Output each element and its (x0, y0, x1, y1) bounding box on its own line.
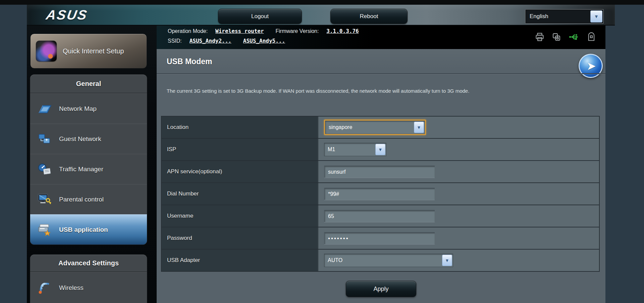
isp-select[interactable]: M1 ▼ (324, 143, 386, 156)
quick-internet-setup-icon (36, 41, 57, 61)
chevron-down-icon: ▼ (590, 10, 602, 23)
usb-modem-form: Location singapore ▼ ISP M1 ▼ (161, 116, 600, 272)
location-select[interactable]: singapore ▼ (325, 121, 425, 134)
usb-adapter-selected-value: AUTO (324, 257, 442, 263)
chevron-down-icon: ▼ (375, 144, 385, 155)
chevron-down-icon: ▼ (414, 122, 424, 133)
usb-adapter-select[interactable]: AUTO ▼ (324, 254, 453, 267)
sidebar-section-title: General (30, 75, 147, 93)
device-icon[interactable] (587, 32, 596, 42)
field-label: Dial Number (162, 183, 319, 205)
field-label: Username (162, 205, 319, 227)
sidebar-item-label: Traffic Manager (59, 166, 103, 173)
sidebar-section-advanced-settings: Advanced Settings Wireless (30, 255, 147, 303)
ssid-label: SSID: (168, 38, 182, 44)
network-map-icon (37, 102, 52, 116)
sidebar-item-label: Parental control (59, 196, 104, 203)
firmware-version-label: Firmware Version: (276, 28, 319, 34)
field-label: USB Adapter (162, 250, 319, 271)
sidebar-item-guest-network[interactable]: Guest Network (30, 124, 147, 154)
content-panel: USB Modem ➤ The current 3G setting is se… (157, 49, 605, 303)
ssid-link-2g[interactable]: ASUS_Andy2... (190, 38, 231, 44)
operation-mode-line: Operation Mode: Wireless router Firmware… (168, 28, 359, 34)
firmware-version-link[interactable]: 3.1.0.3.76 (326, 28, 359, 34)
sidebar-item-label: Wireless (59, 284, 84, 292)
sidebar-item-label: Network Map (59, 105, 97, 113)
form-row-location: Location singapore ▼ (162, 117, 599, 139)
sidebar-item-traffic-manager[interactable]: Traffic Manager (30, 154, 147, 184)
sidebar-item-usb-application[interactable]: USB application (30, 214, 147, 245)
username-input[interactable] (324, 210, 435, 222)
quick-internet-setup-label: Quick Internet Setup (63, 47, 130, 55)
top-black-strip (0, 0, 644, 5)
status-icon-bar (535, 32, 596, 42)
qis-shortcut-icon[interactable]: ➤ (579, 54, 603, 78)
language-selected-value: English (526, 13, 590, 20)
password-input[interactable] (324, 232, 435, 244)
isp-selected-value: M1 (324, 146, 375, 153)
reboot-button[interactable]: Reboot (330, 9, 408, 24)
traffic-manager-icon (37, 163, 52, 176)
router-admin-page: ASUS Logout Reboot English ▼ Operation M… (0, 0, 644, 303)
field-label: Password (162, 227, 319, 249)
chevron-down-icon: ▼ (442, 255, 452, 266)
sidebar-item-label: Guest Network (59, 135, 101, 143)
operation-mode-label: Operation Mode: (168, 28, 208, 34)
usb-icon[interactable] (569, 32, 579, 42)
form-row-usb-adapter: USB Adapter AUTO ▼ (162, 250, 599, 272)
sidebar-section-general: General Network Map Guest Netw (30, 75, 147, 245)
page-title: USB Modem (167, 57, 212, 66)
form-row-password: Password (162, 227, 599, 250)
sidebar-item-network-map[interactable]: Network Map (30, 93, 147, 124)
location-selected-value: singapore (325, 124, 414, 130)
field-label: ISP (162, 139, 319, 160)
operation-mode-link[interactable]: Wireless router (215, 28, 264, 34)
apn-service-input[interactable] (324, 166, 435, 178)
mode-notice-text: The current 3G setting is set to 3G Back… (167, 88, 598, 94)
printer-icon[interactable] (535, 32, 544, 42)
sidebar-item-label: USB application (59, 226, 108, 233)
logout-button[interactable]: Logout (218, 9, 302, 24)
sidebar-section-title: Advanced Settings (30, 255, 147, 272)
ssid-link-5g[interactable]: ASUS_Andy5... (243, 38, 285, 44)
parental-control-icon (37, 193, 52, 206)
location-select-focus-ring: singapore ▼ (324, 120, 426, 135)
clients-icon[interactable] (552, 32, 561, 42)
guest-network-icon (37, 132, 52, 146)
quick-internet-setup-button[interactable]: Quick Internet Setup (30, 34, 147, 69)
usb-application-icon (37, 223, 52, 236)
dial-number-input[interactable] (324, 188, 435, 200)
form-row-dial-number: Dial Number (162, 183, 599, 205)
form-row-isp: ISP M1 ▼ (162, 139, 599, 161)
language-select[interactable]: English ▼ (525, 9, 604, 24)
title-divider (157, 73, 605, 74)
ssid-line: SSID: ASUS_Andy2... ASUS_Andy5... (168, 38, 285, 44)
apply-button[interactable]: Apply (346, 281, 416, 297)
field-label: APN service(optional) (162, 161, 319, 182)
sidebar-item-wireless[interactable]: Wireless (30, 272, 147, 303)
form-row-apn: APN service(optional) (162, 161, 599, 183)
field-label: Location (162, 117, 319, 138)
asus-logo: ASUS (45, 7, 89, 23)
sidebar-item-parental-control[interactable]: Parental control (30, 184, 147, 214)
form-row-username: Username (162, 205, 599, 227)
wireless-icon (37, 281, 52, 295)
top-banner: ASUS Logout Reboot English ▼ (27, 5, 615, 26)
